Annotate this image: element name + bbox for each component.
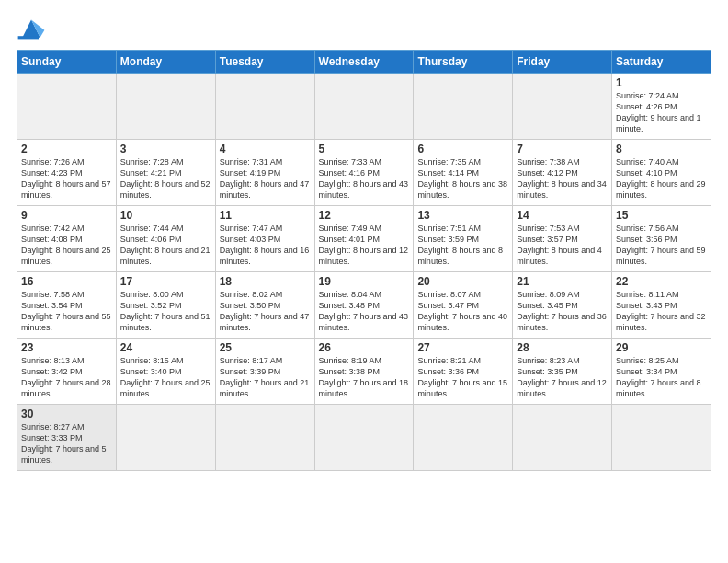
weekday-header-friday: Friday <box>513 51 612 74</box>
day-info: Sunrise: 7:33 AM Sunset: 4:16 PM Dayligh… <box>319 156 410 201</box>
day-number: 5 <box>319 143 410 155</box>
weekday-header-sunday: Sunday <box>17 51 117 74</box>
day-info: Sunrise: 7:58 AM Sunset: 3:54 PM Dayligh… <box>21 289 112 334</box>
day-info: Sunrise: 7:51 AM Sunset: 3:59 PM Dayligh… <box>417 223 508 268</box>
calendar-cell: 12Sunrise: 7:49 AM Sunset: 4:01 PM Dayli… <box>314 206 414 272</box>
day-info: Sunrise: 7:42 AM Sunset: 4:08 PM Dayligh… <box>21 223 112 268</box>
day-number: 2 <box>21 143 112 155</box>
day-info: Sunrise: 7:40 AM Sunset: 4:10 PM Dayligh… <box>616 156 707 201</box>
day-info: Sunrise: 8:02 AM Sunset: 3:50 PM Dayligh… <box>220 289 311 334</box>
calendar-cell <box>414 74 513 140</box>
day-number: 16 <box>21 275 112 288</box>
day-info: Sunrise: 8:25 AM Sunset: 3:34 PM Dayligh… <box>616 355 707 400</box>
calendar-cell: 6Sunrise: 7:35 AM Sunset: 4:14 PM Daylig… <box>414 140 513 206</box>
calendar-cell <box>17 74 117 140</box>
weekday-header-saturday: Saturday <box>612 51 711 74</box>
day-number: 21 <box>517 275 608 288</box>
calendar-cell: 3Sunrise: 7:28 AM Sunset: 4:21 PM Daylig… <box>116 140 215 206</box>
calendar-cell: 2Sunrise: 7:26 AM Sunset: 4:23 PM Daylig… <box>17 140 117 206</box>
day-info: Sunrise: 7:26 AM Sunset: 4:23 PM Dayligh… <box>21 156 112 201</box>
day-info: Sunrise: 7:35 AM Sunset: 4:14 PM Dayligh… <box>417 156 508 201</box>
calendar-cell: 9Sunrise: 7:42 AM Sunset: 4:08 PM Daylig… <box>17 206 117 272</box>
day-info: Sunrise: 8:21 AM Sunset: 3:36 PM Dayligh… <box>417 355 508 400</box>
day-info: Sunrise: 8:23 AM Sunset: 3:35 PM Dayligh… <box>517 355 608 400</box>
day-number: 26 <box>319 341 410 354</box>
calendar-cell: 21Sunrise: 8:09 AM Sunset: 3:45 PM Dayli… <box>513 272 612 339</box>
day-info: Sunrise: 8:27 AM Sunset: 3:33 PM Dayligh… <box>21 421 112 466</box>
day-info: Sunrise: 8:04 AM Sunset: 3:48 PM Dayligh… <box>319 289 410 334</box>
calendar: SundayMondayTuesdayWednesdayThursdayFrid… <box>17 50 711 471</box>
calendar-cell: 29Sunrise: 8:25 AM Sunset: 3:34 PM Dayli… <box>612 339 711 405</box>
day-number: 20 <box>417 275 508 288</box>
calendar-cell: 7Sunrise: 7:38 AM Sunset: 4:12 PM Daylig… <box>513 140 612 206</box>
week-row-1: 2Sunrise: 7:26 AM Sunset: 4:23 PM Daylig… <box>17 140 711 206</box>
calendar-cell: 28Sunrise: 8:23 AM Sunset: 3:35 PM Dayli… <box>513 339 612 405</box>
day-info: Sunrise: 7:28 AM Sunset: 4:21 PM Dayligh… <box>120 156 211 201</box>
calendar-cell: 5Sunrise: 7:33 AM Sunset: 4:16 PM Daylig… <box>314 140 414 206</box>
calendar-cell: 1Sunrise: 7:24 AM Sunset: 4:26 PM Daylig… <box>612 74 711 140</box>
calendar-cell <box>513 405 612 471</box>
weekday-header-tuesday: Tuesday <box>215 51 314 74</box>
calendar-cell: 17Sunrise: 8:00 AM Sunset: 3:52 PM Dayli… <box>116 272 215 339</box>
day-info: Sunrise: 8:09 AM Sunset: 3:45 PM Dayligh… <box>517 289 608 334</box>
calendar-cell <box>314 405 414 471</box>
calendar-cell: 15Sunrise: 7:56 AM Sunset: 3:56 PM Dayli… <box>612 206 711 272</box>
svg-rect-2 <box>18 36 39 39</box>
calendar-cell: 30Sunrise: 8:27 AM Sunset: 3:33 PM Dayli… <box>17 405 117 471</box>
day-number: 27 <box>417 341 508 354</box>
logo <box>17 17 50 42</box>
day-number: 4 <box>220 143 311 155</box>
calendar-cell: 13Sunrise: 7:51 AM Sunset: 3:59 PM Dayli… <box>414 206 513 272</box>
day-info: Sunrise: 7:47 AM Sunset: 4:03 PM Dayligh… <box>220 223 311 268</box>
calendar-cell <box>215 405 314 471</box>
calendar-cell <box>116 405 215 471</box>
day-number: 24 <box>120 341 211 354</box>
header <box>17 17 711 42</box>
weekday-header-wednesday: Wednesday <box>314 51 414 74</box>
day-info: Sunrise: 8:17 AM Sunset: 3:39 PM Dayligh… <box>220 355 311 400</box>
day-number: 30 <box>21 408 112 420</box>
week-row-0: 1Sunrise: 7:24 AM Sunset: 4:26 PM Daylig… <box>17 74 711 140</box>
calendar-cell: 26Sunrise: 8:19 AM Sunset: 3:38 PM Dayli… <box>314 339 414 405</box>
calendar-cell: 19Sunrise: 8:04 AM Sunset: 3:48 PM Dayli… <box>314 272 414 339</box>
calendar-cell: 24Sunrise: 8:15 AM Sunset: 3:40 PM Dayli… <box>116 339 215 405</box>
day-number: 13 <box>417 209 508 222</box>
day-number: 6 <box>417 143 508 155</box>
day-number: 23 <box>21 341 112 354</box>
weekday-header-row: SundayMondayTuesdayWednesdayThursdayFrid… <box>17 51 711 74</box>
day-number: 18 <box>220 275 311 288</box>
calendar-cell <box>314 74 414 140</box>
day-number: 17 <box>120 275 211 288</box>
calendar-cell: 11Sunrise: 7:47 AM Sunset: 4:03 PM Dayli… <box>215 206 314 272</box>
day-number: 12 <box>319 209 410 222</box>
day-info: Sunrise: 8:11 AM Sunset: 3:43 PM Dayligh… <box>616 289 707 334</box>
day-number: 10 <box>120 209 211 222</box>
day-number: 7 <box>517 143 608 155</box>
day-info: Sunrise: 8:00 AM Sunset: 3:52 PM Dayligh… <box>120 289 211 334</box>
calendar-cell: 25Sunrise: 8:17 AM Sunset: 3:39 PM Dayli… <box>215 339 314 405</box>
day-number: 19 <box>319 275 410 288</box>
week-row-3: 16Sunrise: 7:58 AM Sunset: 3:54 PM Dayli… <box>17 272 711 339</box>
day-info: Sunrise: 7:24 AM Sunset: 4:26 PM Dayligh… <box>616 90 707 135</box>
calendar-cell: 27Sunrise: 8:21 AM Sunset: 3:36 PM Dayli… <box>414 339 513 405</box>
week-row-2: 9Sunrise: 7:42 AM Sunset: 4:08 PM Daylig… <box>17 206 711 272</box>
day-number: 29 <box>616 341 707 354</box>
logo-icon <box>17 17 46 42</box>
calendar-cell: 22Sunrise: 8:11 AM Sunset: 3:43 PM Dayli… <box>612 272 711 339</box>
day-number: 1 <box>616 76 707 89</box>
day-number: 15 <box>616 209 707 222</box>
day-info: Sunrise: 7:31 AM Sunset: 4:19 PM Dayligh… <box>220 156 311 201</box>
calendar-cell <box>612 405 711 471</box>
day-info: Sunrise: 7:53 AM Sunset: 3:57 PM Dayligh… <box>517 223 608 268</box>
week-row-5: 30Sunrise: 8:27 AM Sunset: 3:33 PM Dayli… <box>17 405 711 471</box>
day-info: Sunrise: 7:56 AM Sunset: 3:56 PM Dayligh… <box>616 223 707 268</box>
day-number: 9 <box>21 209 112 222</box>
day-number: 8 <box>616 143 707 155</box>
day-info: Sunrise: 7:49 AM Sunset: 4:01 PM Dayligh… <box>319 223 410 268</box>
day-number: 14 <box>517 209 608 222</box>
weekday-header-monday: Monday <box>116 51 215 74</box>
day-info: Sunrise: 7:44 AM Sunset: 4:06 PM Dayligh… <box>120 223 211 268</box>
day-info: Sunrise: 8:15 AM Sunset: 3:40 PM Dayligh… <box>120 355 211 400</box>
calendar-cell <box>116 74 215 140</box>
calendar-cell: 8Sunrise: 7:40 AM Sunset: 4:10 PM Daylig… <box>612 140 711 206</box>
